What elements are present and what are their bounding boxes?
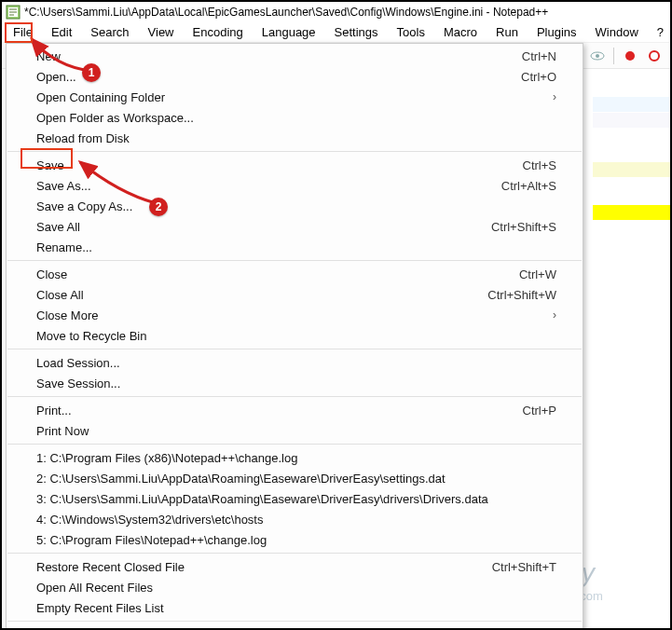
menu-item-print-now[interactable]: Print Now	[7, 420, 583, 441]
editor-line-highlight	[593, 205, 670, 220]
menu-item-empty-recent[interactable]: Empty Recent Files List	[7, 597, 583, 618]
menu-separator	[7, 444, 582, 445]
menu-macro[interactable]: Macro	[434, 23, 487, 41]
menu-separator	[7, 621, 582, 622]
file-menu-dropdown: NewCtrl+N Open...Ctrl+O Open Containing …	[6, 43, 583, 630]
menu-run[interactable]: Run	[487, 23, 528, 41]
app-icon	[6, 5, 21, 20]
menu-item-print[interactable]: Print...Ctrl+P	[7, 400, 583, 420]
menu-file[interactable]: File	[4, 23, 42, 41]
window-title: *C:\Users\Sammi.Liu\AppData\Local\EpicGa…	[24, 6, 548, 19]
menu-plugins[interactable]: Plugins	[528, 23, 586, 41]
menu-item-save-session[interactable]: Save Session...	[7, 373, 583, 393]
menu-item-open-containing-folder[interactable]: Open Containing Folder›	[7, 87, 583, 107]
menu-separator	[7, 349, 582, 349]
menu-item-close-more[interactable]: Close More›	[7, 305, 583, 325]
menu-item-save-all[interactable]: Save AllCtrl+Shift+S	[7, 216, 583, 237]
menu-edit[interactable]: Edit	[42, 23, 81, 41]
menu-help[interactable]: ?	[648, 23, 672, 41]
annotation-badge-2: 2	[149, 198, 168, 216]
menu-item-recent-3[interactable]: 3: C:\Users\Sammi.Liu\AppData\Roaming\Ea…	[7, 488, 583, 509]
menu-item-save[interactable]: SaveCtrl+S	[7, 155, 583, 175]
menu-item-close[interactable]: CloseCtrl+W	[7, 264, 583, 284]
editor-line	[593, 113, 670, 128]
annotation-badge-1: 1	[82, 63, 101, 82]
menu-item-recent-4[interactable]: 4: C:\Windows\System32\drivers\etc\hosts	[7, 509, 583, 529]
editor-line	[593, 97, 670, 112]
chevron-right-icon: ›	[553, 90, 556, 103]
record-outline-icon[interactable]	[644, 46, 665, 66]
menu-view[interactable]: View	[139, 23, 184, 41]
menu-item-exit[interactable]: ExitAlt+F4	[7, 624, 583, 630]
editor-line	[593, 162, 670, 177]
menu-item-open-all-recent[interactable]: Open All Recent Files	[7, 577, 583, 597]
menu-item-recent-5[interactable]: 5: C:\Program Files\Notepad++\change.log	[7, 529, 583, 550]
menu-item-recent-2[interactable]: 2: C:\Users\Sammi.Liu\AppData\Roaming\Ea…	[7, 468, 583, 488]
menu-item-save-copy-as[interactable]: Save a Copy As...	[7, 196, 583, 216]
record-icon[interactable]	[620, 46, 640, 66]
menu-separator	[7, 553, 582, 554]
menu-item-move-recycle[interactable]: Move to Recycle Bin	[7, 325, 583, 346]
menu-language[interactable]: Language	[253, 23, 325, 41]
menu-item-rename[interactable]: Rename...	[7, 237, 583, 257]
menu-item-restore-recent[interactable]: Restore Recent Closed FileCtrl+Shift+T	[7, 556, 583, 577]
menu-item-save-as[interactable]: Save As...Ctrl+Alt+S	[7, 175, 583, 196]
menu-item-close-all[interactable]: Close AllCtrl+Shift+W	[7, 284, 583, 305]
svg-point-3	[596, 54, 599, 58]
menu-settings[interactable]: Settings	[325, 23, 388, 41]
menu-search[interactable]: Search	[81, 23, 138, 41]
menu-separator	[7, 260, 582, 261]
menu-window[interactable]: Window	[586, 23, 648, 41]
menu-item-open-folder-workspace[interactable]: Open Folder as Workspace...	[7, 107, 583, 128]
title-bar: *C:\Users\Sammi.Liu\AppData\Local\EpicGa…	[2, 2, 670, 22]
menu-separator	[7, 396, 582, 397]
eye-icon[interactable]	[587, 46, 608, 66]
menu-item-recent-1[interactable]: 1: C:\Program Files (x86)\Notepad++\chan…	[7, 447, 583, 468]
menu-bar: File Edit Search View Encoding Language …	[2, 22, 670, 43]
chevron-right-icon: ›	[553, 308, 556, 322]
menu-separator	[7, 151, 582, 152]
menu-item-load-session[interactable]: Load Session...	[7, 352, 583, 373]
menu-item-reload[interactable]: Reload from Disk	[7, 128, 583, 148]
svg-point-4	[625, 51, 635, 61]
menu-tools[interactable]: Tools	[388, 23, 434, 41]
svg-point-5	[650, 51, 659, 61]
menu-encoding[interactable]: Encoding	[184, 23, 253, 41]
toolbar-separator	[613, 48, 614, 64]
